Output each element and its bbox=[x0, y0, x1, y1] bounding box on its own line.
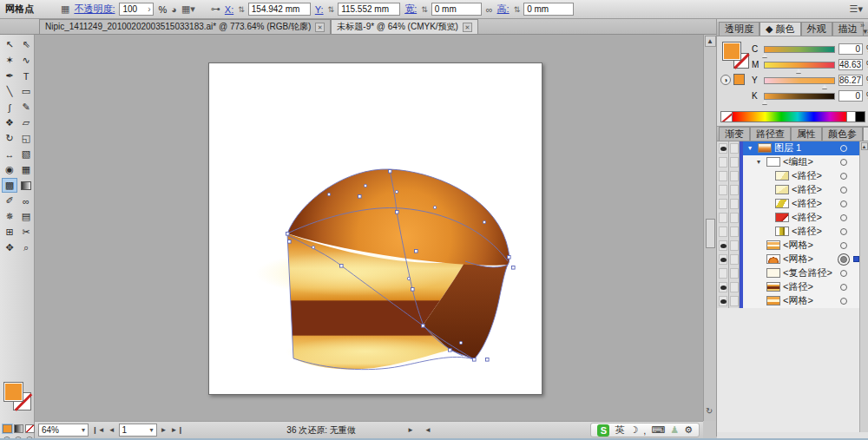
y-input[interactable]: 115.552 mm bbox=[338, 3, 400, 16]
expand-triangle-icon[interactable]: ▾ bbox=[757, 158, 764, 166]
tab-stroke[interactable]: 描边 bbox=[832, 22, 864, 36]
layer-thumbnail[interactable] bbox=[775, 213, 789, 222]
channel-value[interactable]: 0 bbox=[838, 90, 863, 102]
pen-tool[interactable]: ✒ bbox=[2, 69, 17, 83]
slider-marker[interactable] bbox=[762, 100, 767, 104]
layer-thumbnail[interactable] bbox=[766, 157, 780, 167]
slider-track[interactable] bbox=[764, 62, 835, 69]
visibility-cell[interactable] bbox=[717, 141, 729, 155]
mesh-tool[interactable]: ▩ bbox=[2, 178, 17, 193]
opacity-link[interactable]: 不透明度: bbox=[74, 3, 115, 16]
layer-thumbnail[interactable] bbox=[758, 143, 772, 153]
visibility-cell[interactable] bbox=[717, 280, 729, 294]
paintbrush-tool[interactable]: ∫ bbox=[2, 100, 17, 115]
layer-name[interactable]: <复合路径> bbox=[783, 266, 832, 279]
target-circle-icon[interactable] bbox=[840, 159, 847, 166]
layer-row-selected[interactable]: ▾图层 1 bbox=[717, 141, 868, 155]
layer-name[interactable]: <路径> bbox=[792, 183, 822, 196]
last-color-swatch[interactable] bbox=[733, 74, 745, 85]
layer-name[interactable]: <路径> bbox=[792, 197, 822, 210]
tab-transparency[interactable]: 透明度 bbox=[719, 22, 760, 36]
tab-pathfinder[interactable]: 路径查 bbox=[750, 127, 791, 141]
symbol-sprayer-tool[interactable]: ✵ bbox=[2, 209, 17, 224]
tab-color-guide[interactable]: 颜色参 bbox=[822, 127, 863, 141]
x-input[interactable]: 154.942 mm bbox=[248, 3, 311, 16]
layer-row[interactable]: <网格> bbox=[717, 239, 868, 253]
layer-row-main[interactable]: <网格> bbox=[743, 294, 868, 308]
tab-appearance[interactable]: 外观 bbox=[801, 22, 832, 36]
ime-settings-icon[interactable]: ⚙ bbox=[684, 424, 693, 436]
artboard-tool[interactable]: ⊞ bbox=[2, 225, 17, 240]
color-spectrum[interactable] bbox=[720, 111, 865, 122]
target-circle-icon[interactable] bbox=[840, 214, 847, 221]
y-stepper[interactable]: ⇅ bbox=[328, 5, 334, 14]
target-circle-icon[interactable] bbox=[840, 228, 847, 235]
lock-cell[interactable] bbox=[729, 225, 740, 239]
target-circle-icon[interactable] bbox=[840, 242, 847, 249]
ime-language-toggle[interactable]: 英 bbox=[615, 424, 624, 437]
rectangle-tool[interactable]: ▭ bbox=[18, 84, 34, 99]
hand-tool[interactable]: ✥ bbox=[2, 240, 17, 255]
layer-row[interactable]: <路径> bbox=[717, 225, 868, 239]
layer-row-main[interactable]: <路径> bbox=[743, 225, 868, 239]
sogou-logo-icon[interactable]: S bbox=[597, 424, 609, 437]
layer-row-main[interactable]: ▾<编组> bbox=[743, 155, 868, 169]
close-icon[interactable]: ✕ bbox=[463, 23, 472, 32]
width-tool[interactable]: ↔ bbox=[2, 147, 17, 161]
lock-cell[interactable] bbox=[729, 155, 740, 169]
visibility-cell[interactable] bbox=[717, 197, 729, 211]
layer-row[interactable]: <网格> bbox=[717, 294, 868, 308]
layer-thumbnail[interactable] bbox=[766, 282, 780, 292]
ime-profile-icon[interactable]: ♟ bbox=[670, 424, 679, 436]
layer-name[interactable]: <路径> bbox=[783, 280, 813, 293]
zoom-level-combo[interactable]: 64%▾ bbox=[38, 424, 89, 437]
line-segment-tool[interactable]: ╲ bbox=[2, 84, 17, 99]
visibility-cell[interactable] bbox=[717, 155, 729, 169]
slice-tool[interactable]: ✂ bbox=[18, 225, 34, 240]
free-transform-tool[interactable]: ▧ bbox=[18, 147, 34, 161]
pencil-tool[interactable]: ✎ bbox=[18, 100, 34, 115]
ime-punctuation-icon[interactable]: , bbox=[643, 425, 646, 436]
gradient-tool[interactable] bbox=[18, 178, 34, 193]
direct-selection-tool[interactable]: ⇖ bbox=[18, 37, 34, 52]
x-stepper[interactable]: ⇅ bbox=[238, 5, 244, 14]
layer-row-main[interactable]: <网格> bbox=[743, 239, 868, 253]
lock-cell[interactable] bbox=[729, 141, 740, 155]
visibility-eye-icon[interactable] bbox=[720, 258, 727, 262]
document-tab-1[interactable]: Nipic_1411249_20100202003515033183.ai* @… bbox=[39, 19, 331, 34]
slider-track[interactable] bbox=[764, 77, 835, 84]
slider-track[interactable] bbox=[764, 93, 835, 100]
spectrum-none-swatch[interactable] bbox=[720, 111, 733, 122]
layer-thumbnail[interactable] bbox=[775, 171, 789, 181]
visibility-eye-icon[interactable] bbox=[720, 286, 727, 290]
scrollbar-thumb[interactable] bbox=[706, 219, 715, 248]
lock-cell[interactable] bbox=[729, 239, 740, 253]
visibility-eye-icon[interactable] bbox=[720, 244, 727, 248]
lock-cell[interactable] bbox=[729, 183, 740, 197]
fill-swatch[interactable] bbox=[3, 382, 23, 402]
lock-cell[interactable] bbox=[729, 169, 740, 183]
target-circle-icon[interactable] bbox=[840, 270, 847, 277]
color-panel-fill-swatch[interactable] bbox=[722, 42, 741, 61]
slider-track[interactable] bbox=[764, 46, 835, 53]
visibility-cell[interactable] bbox=[717, 169, 729, 183]
width-stepper[interactable]: ⇅ bbox=[421, 5, 427, 14]
target-circle-icon[interactable] bbox=[840, 145, 847, 152]
lock-cell[interactable] bbox=[729, 211, 740, 225]
spectrum-ramp[interactable] bbox=[733, 111, 847, 122]
canvas[interactable] bbox=[35, 35, 703, 421]
zoom-tool[interactable]: ⌕ bbox=[18, 240, 34, 255]
layer-row-main[interactable]: <网格> bbox=[743, 253, 868, 266]
link-dimensions-icon[interactable]: ∞ bbox=[486, 4, 493, 15]
document-tab-2[interactable]: 未标题-9* @ 64% (CMYK/预览) ✕ bbox=[331, 19, 478, 34]
layer-row[interactable]: <路径> bbox=[717, 169, 868, 183]
layer-name[interactable]: <路径> bbox=[792, 211, 822, 224]
layer-row[interactable]: ▾<编组> bbox=[717, 155, 868, 169]
slider-marker[interactable] bbox=[822, 84, 827, 89]
layer-name[interactable]: <路径> bbox=[792, 225, 822, 238]
expand-triangle-icon[interactable]: ▾ bbox=[748, 144, 755, 152]
eraser-tool[interactable]: ▱ bbox=[18, 115, 34, 130]
layers-scrollbar[interactable]: ▲ bbox=[859, 141, 868, 432]
layer-thumbnail[interactable] bbox=[766, 254, 780, 264]
selection-tool[interactable]: ↖ bbox=[2, 37, 17, 52]
